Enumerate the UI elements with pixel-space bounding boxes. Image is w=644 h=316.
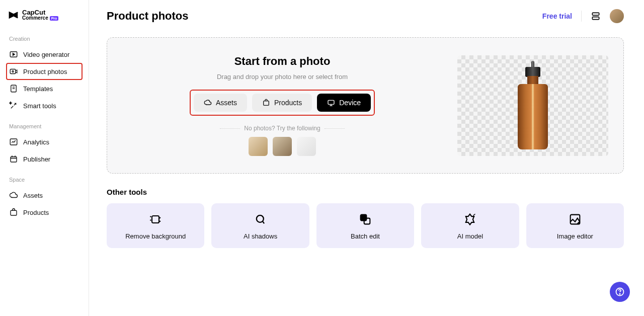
product-preview — [457, 55, 608, 156]
package-icon — [262, 99, 270, 107]
svg-rect-15 — [152, 216, 159, 223]
workspace-icon[interactable] — [591, 11, 601, 21]
cloud-icon — [9, 191, 18, 200]
free-trial-link[interactable]: Free trial — [542, 12, 572, 20]
brand-logo[interactable]: CapCut Commerce Pro — [6, 9, 83, 21]
help-button[interactable] — [610, 282, 630, 302]
sidebar-item-assets[interactable]: Assets — [6, 187, 83, 204]
upload-dropzone[interactable]: Start from a photo Drag and drop your ph… — [107, 37, 624, 174]
sidebar-item-publisher[interactable]: Publisher — [6, 150, 83, 168]
svg-rect-8 — [11, 210, 17, 215]
shadows-icon — [254, 212, 268, 226]
source-label: Assets — [216, 99, 237, 107]
source-label: Products — [274, 99, 302, 107]
dropzone-subtitle: Drag and drop your photo here or select … — [217, 73, 348, 81]
brand-sub: Commerce — [22, 16, 48, 21]
sidebar-item-label: Product photos — [23, 68, 67, 75]
editor-icon — [568, 212, 582, 226]
pro-badge: Pro — [50, 16, 59, 21]
cloud-icon — [204, 99, 212, 107]
no-photos-hint: No photos? Try the following — [220, 125, 344, 132]
divider — [581, 11, 582, 22]
capcut-logo-icon — [8, 10, 19, 21]
source-device-button[interactable]: Device — [317, 94, 371, 112]
sidebar-item-label: Smart tools — [23, 102, 56, 110]
other-tools-heading: Other tools — [107, 188, 624, 196]
source-label: Device — [339, 99, 361, 107]
svg-rect-9 — [592, 13, 599, 15]
tool-label: Remove background — [125, 232, 186, 240]
tool-label: AI model — [457, 232, 483, 240]
tool-ai-shadows[interactable]: AI shadows — [211, 203, 309, 248]
dropzone-title: Start from a photo — [234, 55, 331, 68]
main-content: Product photos Free trial Start from a p… — [89, 0, 644, 316]
source-assets-button[interactable]: Assets — [194, 94, 247, 112]
svg-rect-17 — [361, 215, 367, 221]
product-photos-icon — [9, 67, 18, 76]
video-generator-icon — [9, 50, 18, 59]
sidebar-item-label: Video generator — [23, 51, 69, 58]
sidebar-item-templates[interactable]: Templates — [6, 80, 83, 97]
sample-shirt[interactable] — [297, 137, 316, 156]
nav-heading-creation: Creation — [6, 36, 83, 46]
user-avatar[interactable] — [610, 9, 624, 23]
svg-rect-7 — [11, 157, 17, 163]
model-icon — [463, 212, 477, 226]
svg-rect-12 — [328, 100, 334, 104]
nav-heading-management: Management — [6, 123, 83, 133]
sidebar-item-video-generator[interactable]: Video generator — [6, 46, 83, 63]
svg-point-21 — [619, 294, 620, 294]
sample-palette[interactable] — [273, 137, 292, 156]
svg-rect-1 — [10, 69, 16, 74]
sidebar-item-smart-tools[interactable]: Smart tools — [6, 97, 83, 114]
bottle-illustration — [518, 61, 548, 149]
svg-rect-11 — [264, 101, 269, 106]
tool-image-editor[interactable]: Image editor — [526, 203, 624, 248]
sample-photos — [249, 137, 316, 156]
smart-tools-icon — [9, 101, 18, 110]
device-icon — [327, 99, 335, 107]
tools-grid: Remove background AI shadows Batch edit … — [107, 203, 624, 248]
svg-point-2 — [12, 71, 14, 72]
batch-icon — [358, 212, 372, 226]
tool-label: Batch edit — [351, 232, 380, 240]
page-title: Product photos — [107, 10, 189, 23]
sidebar-item-label: Analytics — [23, 138, 49, 146]
help-icon — [615, 287, 625, 297]
package-icon — [9, 208, 18, 217]
sidebar-item-label: Templates — [23, 85, 53, 93]
tool-label: AI shadows — [244, 232, 277, 240]
sidebar-item-label: Publisher — [23, 155, 50, 163]
sidebar-item-label: Assets — [23, 192, 43, 199]
source-buttons-group: Assets Products Device — [190, 90, 375, 116]
publisher-icon — [9, 154, 18, 164]
sidebar-item-label: Products — [23, 209, 49, 216]
svg-rect-10 — [592, 17, 599, 20]
remove-bg-icon — [148, 212, 163, 226]
tool-label: Image editor — [557, 232, 593, 240]
nav-heading-space: Space — [6, 177, 83, 187]
sidebar: CapCut Commerce Pro Creation Video gener… — [0, 0, 89, 316]
sidebar-item-analytics[interactable]: Analytics — [6, 133, 83, 150]
page-header: Product photos Free trial — [107, 9, 624, 23]
templates-icon — [9, 84, 18, 93]
sidebar-item-product-photos[interactable]: Product photos — [6, 63, 83, 80]
analytics-icon — [9, 137, 18, 146]
sample-headphones[interactable] — [249, 137, 268, 156]
source-products-button[interactable]: Products — [252, 94, 312, 112]
tool-ai-model[interactable]: AI model — [421, 203, 519, 248]
sidebar-item-products[interactable]: Products — [6, 204, 83, 221]
tool-remove-background[interactable]: Remove background — [107, 203, 204, 248]
tool-batch-edit[interactable]: Batch edit — [316, 203, 414, 248]
